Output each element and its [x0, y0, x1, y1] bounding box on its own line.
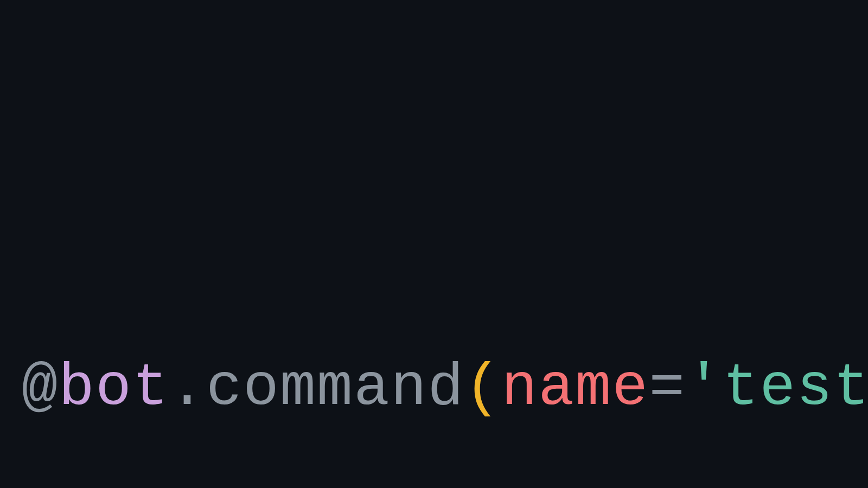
code-editor-pane[interactable]: @bot.command(name='test') async def test…	[22, 285, 868, 488]
decorator-method: .command	[169, 354, 464, 422]
equals: =	[649, 354, 686, 422]
string-quote: '	[686, 354, 723, 422]
code-line-1: @bot.command(name='test')	[22, 354, 868, 423]
string-value: test	[723, 354, 868, 422]
decorator-object: bot	[59, 354, 169, 422]
kwarg-name: name	[501, 354, 649, 422]
decorator-at: @	[22, 354, 59, 422]
paren-open: (	[464, 354, 501, 422]
